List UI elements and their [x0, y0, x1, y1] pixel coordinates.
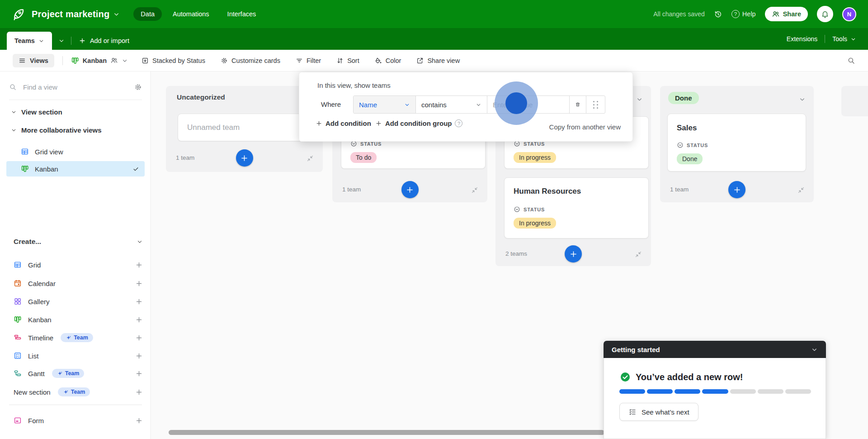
plus-icon[interactable]	[135, 334, 143, 342]
bell-icon	[821, 10, 829, 18]
extensions-button[interactable]: Extensions	[787, 35, 817, 43]
filter-condition-row: Name contains	[353, 95, 605, 114]
team-plan-badge: Team	[58, 387, 90, 396]
chevron-down-icon	[38, 38, 44, 44]
view-label: Kanban	[35, 165, 58, 173]
sidebar-section-collaborative-views[interactable]: More collaborative views	[11, 126, 102, 134]
gear-icon[interactable]	[134, 83, 142, 91]
team-card-human-resources[interactable]: Human Resources STATUS In progress	[504, 177, 649, 239]
status-field: STATUS	[677, 142, 708, 148]
getting-started-header[interactable]: Getting started	[604, 341, 826, 358]
filter-value-input[interactable]	[487, 96, 569, 113]
create-item-gallery[interactable]: Gallery	[14, 294, 143, 309]
nav-tab-data[interactable]: Data	[133, 7, 162, 21]
create-item-new-section[interactable]: New section Team	[14, 385, 143, 399]
see-whats-next-label: See what’s next	[642, 408, 689, 416]
plus-icon[interactable]	[135, 280, 143, 287]
create-section-header[interactable]: Create...	[14, 238, 143, 246]
add-card-button[interactable]	[236, 149, 253, 167]
status-field: STATUS	[514, 206, 545, 213]
help-button[interactable]: ? Help	[731, 10, 756, 18]
sidebar-view-grid[interactable]: Grid view	[6, 144, 145, 159]
sidebar-view-kanban[interactable]: Kanban	[6, 161, 145, 177]
field-select[interactable]: Name	[354, 96, 416, 113]
history-button[interactable]	[714, 10, 722, 19]
team-card-sales[interactable]: Sales STATUS Done	[667, 114, 806, 172]
plus-icon[interactable]	[135, 298, 143, 305]
add-condition-group-label: Add condition group	[385, 119, 452, 127]
filter-button[interactable]: Filter	[296, 57, 321, 64]
notifications-button[interactable]	[817, 6, 833, 22]
field-value: Name	[359, 101, 377, 109]
value-cell	[487, 96, 570, 113]
unnamed-team-card[interactable]: Unnamed team	[178, 114, 311, 141]
tools-button[interactable]: Tools	[832, 35, 856, 43]
search-view-button[interactable]	[847, 57, 855, 65]
plus-icon[interactable]	[135, 316, 143, 324]
add-card-button[interactable]	[565, 245, 582, 262]
create-item-calendar[interactable]: Calendar	[14, 276, 143, 291]
add-or-import-button[interactable]: Add or import	[71, 32, 137, 50]
check-circle-icon	[620, 372, 631, 382]
plus-icon[interactable]	[135, 417, 143, 425]
copy-from-another-view-link[interactable]: Copy from another view	[549, 123, 621, 131]
checklist-icon	[628, 408, 637, 416]
collapse-column-icon[interactable]	[307, 155, 314, 162]
item-label: New section	[14, 388, 51, 396]
delete-condition-button[interactable]	[570, 96, 586, 113]
add-or-import-label: Add or import	[90, 37, 129, 44]
current-view-switcher[interactable]: Kanban	[71, 57, 128, 65]
message-text: You’ve added a new row!	[636, 372, 743, 382]
table-list-expand-button[interactable]	[52, 32, 71, 50]
create-item-gantt[interactable]: Gantt Team	[14, 366, 143, 381]
plus-icon[interactable]	[135, 352, 143, 360]
item-label: Kanban	[28, 316, 52, 324]
plus-icon[interactable]	[135, 388, 143, 396]
user-avatar[interactable]: N	[842, 7, 856, 21]
find-view-input[interactable]	[23, 83, 128, 91]
add-card-button[interactable]	[401, 181, 419, 198]
save-status: All changes saved	[653, 10, 705, 18]
chevron-down-icon	[404, 102, 410, 108]
operator-select[interactable]: contains	[416, 96, 487, 113]
views-sidebar-toggle[interactable]: Views	[13, 54, 54, 67]
create-item-form[interactable]: Form	[14, 413, 143, 428]
nav-tab-automations[interactable]: Automations	[165, 7, 217, 21]
create-item-list[interactable]: List	[14, 348, 143, 363]
add-condition-button[interactable]: Add condition	[316, 119, 371, 127]
horizontal-scrollbar[interactable]	[169, 430, 604, 435]
search-icon	[847, 57, 855, 65]
stacked-by-button[interactable]: Stacked by Status	[142, 57, 205, 64]
create-item-grid[interactable]: Grid	[14, 258, 143, 272]
table-tab-teams[interactable]: Teams	[7, 32, 52, 50]
collapse-column-icon[interactable]	[797, 186, 805, 194]
item-label: Timeline	[28, 334, 53, 342]
color-button[interactable]: Color	[375, 57, 401, 64]
rocket-logo-icon	[12, 7, 25, 21]
create-item-kanban[interactable]: Kanban	[14, 312, 143, 327]
collapse-column-icon[interactable]	[635, 251, 642, 258]
share-button[interactable]: Share	[765, 7, 808, 21]
drag-condition-handle[interactable]	[586, 96, 605, 113]
add-card-button[interactable]	[728, 181, 745, 198]
see-whats-next-button[interactable]: See what’s next	[619, 403, 698, 421]
sort-button[interactable]: Sort	[336, 57, 359, 64]
customize-cards-button[interactable]: Customize cards	[221, 57, 280, 64]
share-view-button[interactable]: Share view	[416, 57, 460, 64]
section-label: View section	[21, 108, 62, 116]
collapse-column-icon[interactable]	[471, 186, 478, 194]
base-title-menu[interactable]: Project marketing	[32, 9, 120, 19]
plus-icon[interactable]	[135, 370, 143, 377]
create-item-timeline[interactable]: Timeline Team	[14, 330, 143, 345]
status-pill: In progress	[514, 218, 556, 229]
sidebar-section-view-section[interactable]: View section	[11, 108, 62, 116]
filter-label: Filter	[307, 57, 321, 64]
sort-label: Sort	[347, 57, 359, 64]
chevron-down-icon[interactable]	[811, 346, 818, 353]
chevron-down-icon[interactable]	[799, 96, 806, 103]
chevron-down-icon[interactable]	[636, 96, 643, 103]
add-condition-group-button[interactable]: Add condition group ?	[375, 119, 462, 127]
team-plan-badge: Team	[52, 369, 85, 378]
nav-tab-interfaces[interactable]: Interfaces	[220, 7, 264, 21]
plus-icon[interactable]	[135, 261, 143, 269]
